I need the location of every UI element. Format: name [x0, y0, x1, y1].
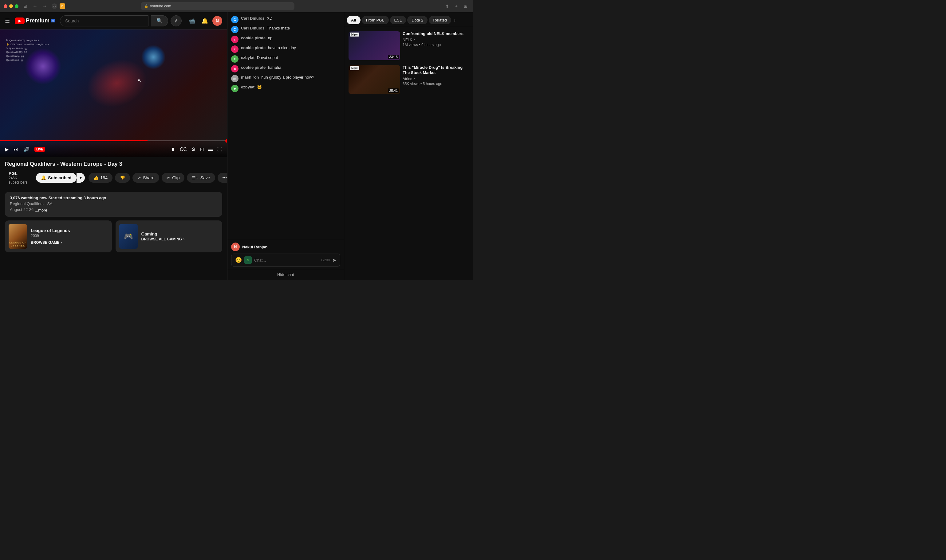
hide-chat-button[interactable]: Hide chat — [227, 269, 344, 280]
rec-item[interactable]: New 25:41 This "Miracle Drug" Is Breakin… — [347, 63, 471, 96]
chat-message-username: cookie pirate — [241, 65, 265, 70]
scissors-icon: ✂ — [167, 175, 170, 180]
rec-tab-esl[interactable]: ESL — [390, 16, 406, 24]
chat-message: C Carl Dinulos Thanks mate — [227, 25, 344, 34]
chat-input-row: 😊 $ 0/200 ➤ — [231, 254, 340, 266]
miniplayer-button[interactable]: ⊡ — [199, 145, 205, 154]
chat-message-text: np — [268, 35, 272, 40]
chat-text-input[interactable] — [254, 258, 319, 263]
chat-message-content: mashiron huh grubby a pro player now? — [241, 75, 340, 80]
lol-card-info: League of Legends 2009 BROWSE GAME › — [31, 228, 108, 245]
game-card-lol[interactable]: LEAGUE OF LEGENDS League of Legends 2009… — [5, 220, 112, 252]
clip-label: Clip — [172, 175, 179, 180]
notifications-button[interactable]: 🔔 — [199, 15, 210, 26]
like-count: 194 — [100, 175, 108, 180]
rec-tab-all[interactable]: All — [347, 16, 361, 24]
mic-button[interactable]: 🎙 — [171, 15, 182, 26]
share-browser-button[interactable]: ⬆ — [443, 3, 451, 9]
search-button[interactable]: 🔍 — [151, 15, 168, 26]
subscribe-dropdown-button[interactable]: ▾ — [77, 173, 85, 183]
rec-item[interactable]: New 33:15 Confronting old NELK members N… — [347, 29, 471, 62]
subscribe-button[interactable]: 🔔 Subscribed — [36, 173, 76, 183]
minimize-button[interactable] — [9, 4, 13, 8]
in-badge: IN — [51, 19, 55, 22]
address-bar[interactable]: 🔒 youtube.com — [141, 2, 295, 10]
chat-message-text: 🐱 — [257, 85, 262, 89]
settings-button[interactable]: ⚙ — [190, 145, 197, 154]
chat-send-button[interactable]: ➤ — [332, 257, 336, 263]
channel-name[interactable]: PGL — [9, 171, 27, 176]
chat-emoji-button[interactable]: 😊 — [235, 257, 242, 263]
user-avatar[interactable]: N — [212, 16, 222, 26]
save-button[interactable]: ☰+ Save — [187, 173, 215, 183]
next-button[interactable]: ⏭ — [12, 146, 20, 154]
sidebar-toggle-icon[interactable]: ⊞ — [23, 4, 27, 9]
video-player[interactable]: 🏳 Quest.(A2005) bought back ✋ LXG.Davai … — [0, 29, 227, 157]
like-button[interactable]: 👍 194 — [88, 173, 113, 183]
chat-message-username: ezbylat — [241, 55, 255, 60]
tabs-button[interactable]: ⊞ — [462, 3, 469, 9]
forward-button[interactable]: → — [40, 3, 49, 9]
chat-super-button[interactable]: $ — [244, 256, 252, 264]
save-icon: ☰+ — [192, 175, 198, 180]
header-actions: 📹 🔔 N — [187, 15, 222, 26]
desc-more-button[interactable]: ...more — [35, 208, 47, 212]
gaming-thumbnail: 🎮 — [119, 224, 138, 249]
progress-bar[interactable] — [0, 140, 227, 141]
new-tab-button[interactable]: + — [453, 3, 460, 9]
back-button[interactable]: ← — [31, 3, 39, 9]
rec-tab-from-pgl[interactable]: From PGL — [362, 16, 389, 24]
video-controls: ▶ ⏭ 🔊 LIVE ⏸ CC ⚙ ⊡ ▬ ⛶ — [0, 142, 227, 157]
share-button[interactable]: ↗ Share — [133, 173, 159, 183]
shield-extension-icon[interactable]: 🛡 — [52, 3, 57, 9]
maximize-button[interactable] — [15, 4, 19, 8]
share-icon: ↗ — [137, 175, 141, 180]
theater-button[interactable]: ▬ — [207, 146, 214, 154]
chat-message-content: cookie pirate np — [241, 35, 340, 40]
rec-list: New 33:15 Confronting old NELK members N… — [344, 27, 473, 280]
chat-message: C Carl Dinulos XD — [227, 15, 344, 25]
rec-tab-dota-2[interactable]: Dota 2 — [407, 16, 427, 24]
chat-avatar: C — [231, 26, 239, 33]
rec-thumbnail: New 25:41 — [349, 65, 400, 94]
chat-avatar: C — [231, 16, 239, 23]
rec-tab-related[interactable]: Related — [429, 16, 451, 24]
game-effect-2 — [141, 45, 166, 69]
chat-message-content: Carl Dinulos XD — [241, 16, 340, 21]
chat-message-text: huh grubby a pro player now? — [261, 75, 314, 80]
chat-messages: C Carl Dinulos XD C Carl Dinulos Thanks … — [227, 12, 344, 240]
browse-gaming-label: BROWSE ALL GAMING — [141, 237, 182, 241]
chat-char-count: 0/200 — [321, 258, 330, 262]
lol-thumb-art: LEAGUE OF LEGENDS — [9, 224, 27, 249]
chat-message: c cookie pirate hahaha — [227, 64, 344, 74]
browse-lol-button[interactable]: BROWSE GAME › — [31, 240, 62, 245]
close-button[interactable] — [4, 4, 8, 8]
youtube-logo[interactable]: ▶ Premium IN — [15, 17, 55, 24]
create-button[interactable]: 📹 — [187, 15, 197, 26]
chat-message: m mashiron huh grubby a pro player now? — [227, 74, 344, 83]
chat-message-username: cookie pirate — [241, 35, 265, 40]
hamburger-menu-button[interactable]: ☰ — [5, 17, 10, 24]
lol-name: League of Legends — [31, 228, 108, 233]
clip-button[interactable]: ✂ Clip — [162, 173, 184, 183]
search-input[interactable] — [60, 15, 148, 26]
game-card-gaming[interactable]: 🎮 Gaming BROWSE ALL GAMING › — [116, 220, 222, 252]
recommendations-panel: AllFrom PGLESLDota 2Related› New 33:15 C… — [344, 12, 473, 280]
share-label: Share — [143, 175, 154, 180]
more-button[interactable]: ••• — [218, 173, 227, 183]
dislike-button[interactable]: 👎 — [115, 173, 130, 183]
chat-avatar: e — [231, 85, 239, 92]
rec-info: This "Miracle Drug" Is Breaking The Stoc… — [403, 65, 469, 94]
rec-tabs-more-button[interactable]: › — [454, 17, 455, 23]
captions-button[interactable]: CC — [179, 146, 188, 154]
pause-icon-button[interactable]: ⏸ — [169, 146, 177, 154]
fullscreen-button[interactable]: ⛶ — [216, 146, 224, 154]
chat-avatar: c — [231, 45, 239, 53]
honey-extension-icon[interactable]: h — [60, 3, 65, 9]
volume-button[interactable]: 🔊 — [22, 145, 31, 154]
desc-date: August 22-26 — [10, 207, 34, 212]
chat-message: e ezbylat Davai cepat — [227, 54, 344, 64]
browse-gaming-button[interactable]: BROWSE ALL GAMING › — [141, 237, 185, 241]
chat-message-text: have a nice day — [268, 45, 296, 50]
play-pause-button[interactable]: ▶ — [4, 145, 10, 154]
